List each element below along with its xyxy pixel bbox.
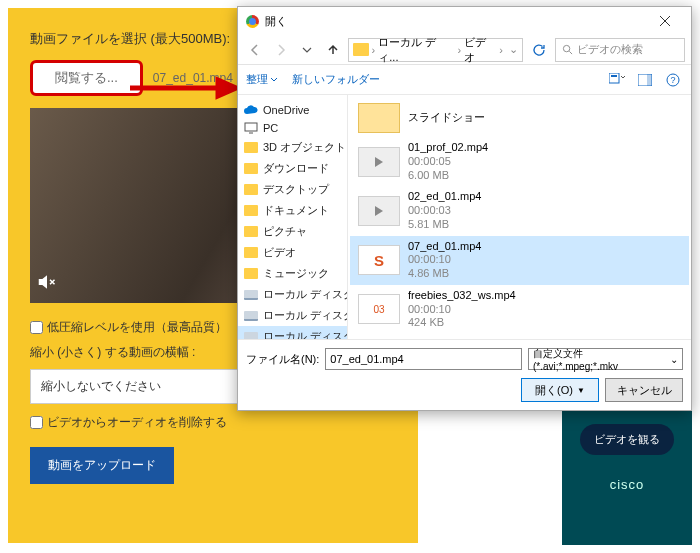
filename-label: ファイル名(N):	[246, 352, 319, 367]
close-button[interactable]	[643, 7, 687, 35]
chevron-right-icon: ›	[499, 44, 503, 56]
browse-button[interactable]: 閲覧する...	[30, 60, 143, 96]
nav-up-button[interactable]	[322, 39, 344, 61]
file-list[interactable]: スライドショー01_prof_02.mp400:00:056.00 MB02_e…	[348, 95, 691, 339]
file-name: freebies_032_ws.mp4	[408, 289, 516, 303]
file-name: 01_prof_02.mp4	[408, 141, 488, 155]
dialog-body: OneDrivePC3D オブジェクトダウンロードデスクトップドキュメントピクチ…	[238, 95, 691, 339]
dialog-navbar: › ローカル ディ... › ビデオ › ⌄ ビデオの検索	[238, 35, 691, 65]
file-duration: 00:00:05	[408, 155, 488, 169]
desktop-icon	[244, 184, 258, 196]
tree-item[interactable]: ビデオ	[238, 242, 347, 263]
tree-item[interactable]: ローカル ディスク (	[238, 284, 347, 305]
ad-cta-button[interactable]: ビデオを観る	[580, 424, 674, 455]
svg-rect-1	[609, 73, 619, 83]
open-button[interactable]: 開く(O) ▼	[521, 378, 599, 402]
mute-icon[interactable]	[38, 273, 56, 295]
refresh-button[interactable]	[527, 38, 551, 62]
nav-forward-button[interactable]	[270, 39, 292, 61]
file-duration: 00:00:10	[408, 303, 516, 317]
chevron-down-icon[interactable]: ⌄	[509, 43, 518, 56]
view-options-button[interactable]	[607, 70, 627, 90]
chevron-down-icon: ⌄	[670, 354, 678, 365]
preview-pane-button[interactable]	[635, 70, 655, 90]
ad-brand-logo: cisco	[610, 477, 645, 492]
nav-back-button[interactable]	[244, 39, 266, 61]
split-chevron-icon: ▼	[577, 386, 585, 395]
download-icon	[244, 163, 258, 175]
breadcrumb[interactable]: › ローカル ディ... › ビデオ › ⌄	[348, 38, 523, 62]
file-name: 07_ed_01.mp4	[408, 240, 481, 254]
chrome-icon	[246, 15, 259, 28]
tree-item[interactable]: OneDrive	[238, 101, 347, 119]
strip-audio-checkbox[interactable]	[30, 416, 43, 429]
folder-icon	[358, 103, 400, 133]
chevron-right-icon: ›	[458, 44, 462, 56]
video-thumbnail	[358, 196, 400, 226]
file-size: 5.81 MB	[408, 218, 481, 232]
svg-rect-2	[611, 75, 617, 77]
tree-item[interactable]: ローカル ディスク (	[238, 305, 347, 326]
file-item[interactable]: 02_ed_01.mp400:00:035.81 MB	[350, 186, 689, 235]
chevron-right-icon: ›	[372, 44, 376, 56]
file-name: スライドショー	[408, 111, 485, 125]
svg-text:?: ?	[670, 75, 675, 85]
nav-recent-button[interactable]	[296, 39, 318, 61]
tree-item[interactable]: PC	[238, 119, 347, 137]
file-name: 02_ed_01.mp4	[408, 190, 481, 204]
svg-point-0	[563, 45, 569, 51]
crumb-2[interactable]: ビデオ	[464, 35, 496, 65]
file-item[interactable]: 01_prof_02.mp400:00:056.00 MB	[350, 137, 689, 186]
cancel-button[interactable]: キャンセル	[605, 378, 683, 402]
tree-item[interactable]: 3D オブジェクト	[238, 137, 347, 158]
video-icon	[244, 247, 258, 259]
search-input[interactable]: ビデオの検索	[555, 38, 685, 62]
tree-item[interactable]: デスクトップ	[238, 179, 347, 200]
file-item[interactable]: スライドショー	[350, 99, 689, 137]
svg-rect-4	[647, 74, 652, 86]
file-size: 424 KB	[408, 316, 516, 330]
low-compression-checkbox[interactable]	[30, 321, 43, 334]
filename-input[interactable]	[325, 348, 522, 370]
drive-icon	[244, 289, 258, 301]
chevron-down-icon	[270, 76, 278, 84]
tree-item[interactable]: ダウンロード	[238, 158, 347, 179]
toolbar-new-folder[interactable]: 新しいフォルダー	[292, 72, 380, 87]
file-duration: 00:00:03	[408, 204, 481, 218]
upload-button[interactable]: 動画をアップロード	[30, 447, 174, 484]
option-strip-audio[interactable]: ビデオからオーディオを削除する	[30, 414, 396, 431]
tree-item[interactable]: ローカル ディスク (F	[238, 326, 347, 339]
picture-icon	[244, 226, 258, 238]
red-arrow-annotation	[130, 76, 240, 100]
video-thumbnail: S	[358, 245, 400, 275]
dialog-toolbar: 整理 新しいフォルダー ?	[238, 65, 691, 95]
file-filter-select[interactable]: 自定义文件 (*.avi;*.mpeg;*.mkv ⌄	[528, 348, 683, 370]
3d-icon	[244, 142, 258, 154]
dialog-titlebar: 開く	[238, 7, 691, 35]
svg-rect-7	[245, 123, 257, 131]
folder-icon	[353, 43, 369, 56]
video-thumbnail: 03	[358, 294, 400, 324]
file-size: 6.00 MB	[408, 169, 488, 183]
file-item[interactable]: S07_ed_01.mp400:00:104.86 MB	[350, 236, 689, 285]
video-thumbnail	[358, 147, 400, 177]
folder-tree[interactable]: OneDrivePC3D オブジェクトダウンロードデスクトップドキュメントピクチ…	[238, 95, 348, 339]
drive-icon	[244, 310, 258, 322]
file-duration: 00:00:10	[408, 253, 481, 267]
file-open-dialog: 開く › ローカル ディ... › ビデオ › ⌄ ビデオの検索 整理 新し	[237, 6, 692, 411]
search-icon	[562, 44, 573, 55]
crumb-1[interactable]: ローカル ディ...	[378, 35, 454, 65]
tree-item[interactable]: ドキュメント	[238, 200, 347, 221]
dialog-title: 開く	[265, 14, 287, 29]
help-button[interactable]: ?	[663, 70, 683, 90]
file-size: 4.86 MB	[408, 267, 481, 281]
onedrive-icon	[244, 104, 258, 116]
tree-item[interactable]: ミュージック	[238, 263, 347, 284]
music-icon	[244, 268, 258, 280]
tree-item[interactable]: ピクチャ	[238, 221, 347, 242]
pc-icon	[244, 122, 258, 134]
document-icon	[244, 205, 258, 217]
drive-icon	[244, 331, 258, 340]
toolbar-organize[interactable]: 整理	[246, 72, 278, 87]
file-item[interactable]: 03freebies_032_ws.mp400:00:10424 KB	[350, 285, 689, 334]
